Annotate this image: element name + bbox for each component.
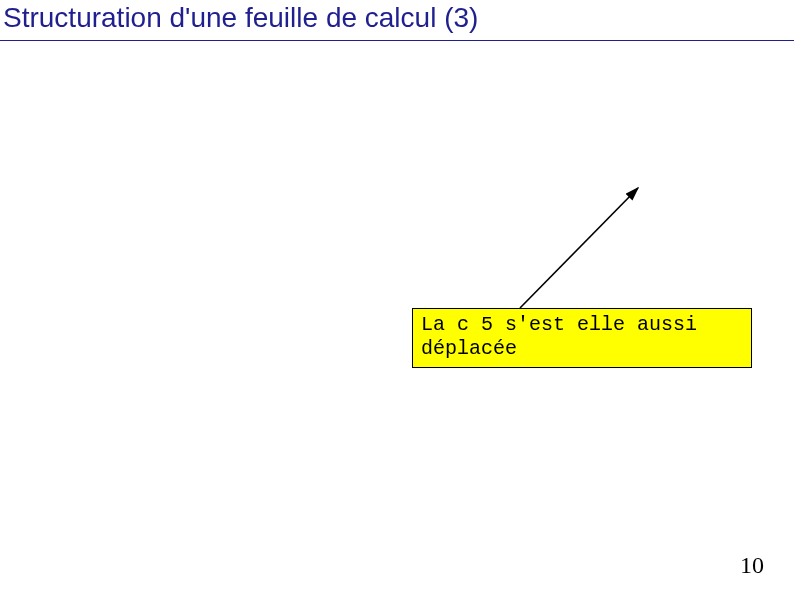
page-number: 10 <box>740 552 764 579</box>
callout-line-2: déplacée <box>421 337 517 360</box>
title-underline <box>0 40 794 41</box>
arrow-icon <box>510 180 670 315</box>
callout-line-1: La c 5 s'est elle aussi <box>421 313 697 336</box>
slide-title: Structuration d'une feuille de calcul (3… <box>3 2 478 34</box>
callout-note: La c 5 s'est elle aussi déplacée <box>412 308 752 368</box>
svg-line-0 <box>520 188 638 308</box>
